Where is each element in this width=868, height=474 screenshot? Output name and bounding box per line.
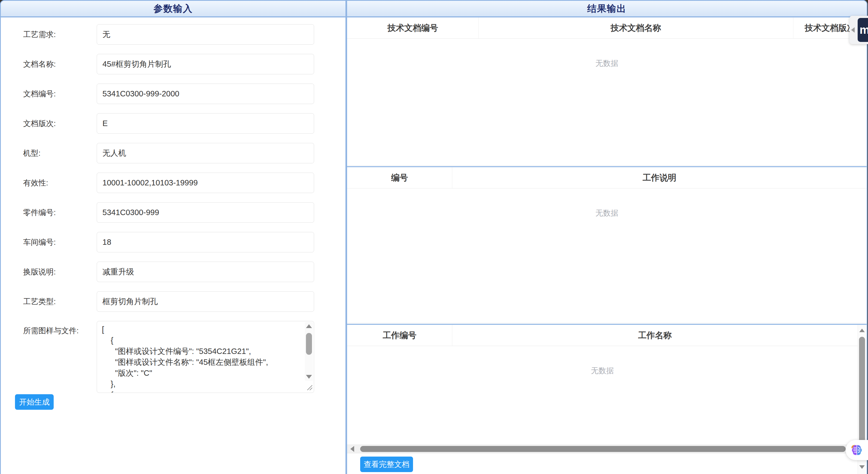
field-label: 换版说明: bbox=[23, 267, 97, 277]
extension-logo-icon[interactable]: mo bbox=[858, 18, 868, 42]
brain-icon bbox=[850, 444, 863, 456]
process-type-input[interactable] bbox=[97, 291, 314, 312]
param-panel-header: 参数输入 bbox=[1, 1, 345, 18]
textarea-scroll-thumb[interactable] bbox=[306, 333, 312, 355]
work-desc-table-section: 编号 工作说明 无数据 bbox=[347, 167, 867, 323]
scroll-down-icon[interactable] bbox=[859, 465, 865, 469]
field-label: 文档名称: bbox=[23, 59, 97, 69]
view-full-doc-button[interactable]: 查看完整文档 bbox=[360, 456, 413, 472]
field-label: 文档版次: bbox=[23, 118, 97, 129]
field-label: 工艺需求: bbox=[23, 29, 97, 40]
field-label: 车间编号: bbox=[23, 237, 97, 247]
revision-note-input[interactable] bbox=[97, 262, 314, 282]
param-form: 工艺需求: 文档名称: 文档编号: 文档版次: 机型: 有效性: bbox=[1, 24, 314, 402]
field-label: 零件编号: bbox=[23, 207, 97, 218]
ai-assistant-button[interactable] bbox=[846, 440, 868, 460]
doc-table-section: 技术文档编号 技术文档名称 技术文档版次 无数据 bbox=[347, 18, 867, 166]
form-row: 工艺类型: bbox=[23, 291, 314, 312]
work-name-table-section: 工作编号 工作名称 无数据 查看完整文档 bbox=[347, 325, 867, 474]
effectivity-input[interactable] bbox=[97, 173, 314, 193]
form-row: 工艺需求: bbox=[23, 24, 314, 45]
param-panel-title: 参数输入 bbox=[154, 2, 193, 15]
doc-name-input[interactable] bbox=[97, 54, 314, 74]
scroll-up-icon[interactable] bbox=[859, 329, 865, 332]
field-label: 机型: bbox=[23, 148, 97, 159]
field-label: 有效性: bbox=[23, 178, 97, 188]
form-row: 有效性: bbox=[23, 173, 314, 193]
form-row: 机型: bbox=[23, 143, 314, 163]
generate-button[interactable]: 开始生成 bbox=[15, 394, 54, 410]
form-row: 车间编号: bbox=[23, 232, 314, 252]
collapse-arrow-icon[interactable] bbox=[851, 27, 855, 33]
doc-table-empty-state: 无数据 bbox=[347, 39, 867, 69]
form-row: 文档版次: bbox=[23, 113, 314, 134]
part-number-input[interactable] bbox=[97, 202, 314, 223]
result-output-panel: 结果输出 技术文档编号 技术文档名称 技术文档版次 无数据 编号 工作说明 无数… bbox=[346, 0, 867, 474]
form-row: 文档编号: bbox=[23, 83, 314, 104]
drawings-textarea-wrap bbox=[97, 321, 314, 393]
param-input-panel: 参数输入 工艺需求: 文档名称: 文档编号: 文档版次: 机型: bbox=[0, 0, 346, 474]
field-label: 工艺类型: bbox=[23, 297, 97, 307]
form-row: 所需图样与文件: bbox=[23, 321, 314, 393]
work-name-header-row: 工作编号 工作名称 bbox=[347, 325, 858, 346]
result-panel-title: 结果输出 bbox=[587, 2, 627, 15]
doc-name-column-header: 技术文档名称 bbox=[479, 18, 793, 38]
work-desc-header-row: 编号 工作说明 bbox=[347, 167, 867, 189]
result-panel-header: 结果输出 bbox=[347, 1, 867, 18]
aircraft-model-input[interactable] bbox=[97, 143, 314, 163]
form-row: 零件编号: bbox=[23, 202, 314, 223]
doc-number-input[interactable] bbox=[97, 83, 314, 104]
drawings-textarea[interactable] bbox=[97, 321, 314, 393]
doc-revision-input[interactable] bbox=[97, 113, 314, 134]
extension-side-tab[interactable]: mo bbox=[849, 16, 868, 44]
scroll-left-icon[interactable] bbox=[350, 446, 354, 452]
scroll-down-icon[interactable] bbox=[306, 375, 312, 379]
work-name-empty-state: 无数据 bbox=[347, 346, 858, 376]
work-desc-empty-state: 无数据 bbox=[347, 189, 867, 218]
field-label: 文档编号: bbox=[23, 89, 97, 99]
process-requirement-input[interactable] bbox=[97, 24, 314, 45]
number-column-header: 编号 bbox=[347, 167, 452, 188]
horizontal-scrollbar[interactable] bbox=[347, 445, 858, 453]
scroll-up-icon[interactable] bbox=[306, 324, 312, 328]
form-row: 文档名称: bbox=[23, 54, 314, 74]
resize-grip-icon[interactable] bbox=[306, 384, 313, 391]
work-name-column-header: 工作名称 bbox=[452, 325, 858, 346]
form-row: 换版说明: bbox=[23, 262, 314, 282]
work-desc-column-header: 工作说明 bbox=[452, 167, 867, 188]
workshop-number-input[interactable] bbox=[97, 232, 314, 252]
doc-number-column-header: 技术文档编号 bbox=[347, 18, 479, 38]
textarea-scrollbar[interactable] bbox=[305, 322, 313, 381]
doc-table-header-row: 技术文档编号 技术文档名称 技术文档版次 bbox=[347, 18, 867, 39]
app-page: 参数输入 工艺需求: 文档名称: 文档编号: 文档版次: 机型: bbox=[0, 0, 868, 474]
field-label: 所需图样与文件: bbox=[23, 321, 97, 341]
horizontal-scroll-thumb[interactable] bbox=[360, 446, 846, 452]
work-number-column-header: 工作编号 bbox=[347, 325, 452, 346]
